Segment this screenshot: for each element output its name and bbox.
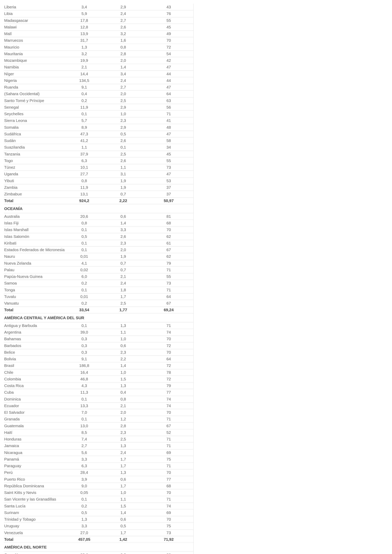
country-cell: Bolivia (4, 356, 66, 362)
table-row: Zimbabue13,10,737 (4, 191, 193, 197)
value-cell: 1,0 (103, 111, 144, 117)
value-cell: 74 (144, 329, 193, 336)
country-cell: Venezuela (4, 529, 66, 536)
value-cell: 45 (144, 24, 193, 30)
table-row: Seychelles0,11,071 (4, 111, 193, 117)
country-cell: Total (4, 197, 66, 204)
country-cell: Honduras (4, 436, 66, 443)
table-row: Nauru0,011,962 (4, 253, 193, 260)
value-cell: 1,0 (103, 369, 144, 376)
country-cell: Uruguay (4, 523, 66, 529)
value-cell: 1,7 (103, 529, 144, 536)
table-row: Uruguay3,30,575 (4, 523, 193, 529)
country-cell: Nicaragua (4, 449, 66, 456)
table-row: Haití8,52,352 (4, 429, 193, 436)
country-cell: Argentina (4, 329, 66, 336)
value-cell: 48 (144, 124, 193, 131)
value-cell: 0,3 (66, 342, 103, 349)
table-row: Nueva Zelanda4,10,779 (4, 260, 193, 266)
value-cell: 71 (144, 436, 193, 443)
table-row: República Dominicana9,01,768 (4, 483, 193, 489)
value-cell: 55 (144, 273, 193, 280)
value-cell: 1,4 (103, 64, 144, 70)
value-cell: 32,6 (66, 552, 103, 554)
value-cell: 74 (144, 503, 193, 509)
value-cell: 41,2 (66, 137, 103, 144)
value-cell: 56 (144, 104, 193, 111)
value-cell: 1,9 (103, 184, 144, 191)
table-row: Uganda27,73,147 (4, 171, 193, 177)
value-cell: 28,4 (66, 469, 103, 476)
country-cell: Senegal (4, 104, 66, 111)
table-row: Santa Lucía0,21,574 (4, 503, 193, 509)
value-cell: 134,5 (66, 77, 103, 84)
table-row: Panamá3,31,775 (4, 456, 193, 463)
value-cell: 3,3 (66, 456, 103, 463)
value-cell: 13,9 (66, 30, 103, 37)
value-cell: 69,24 (144, 307, 193, 313)
value-cell: 27,0 (66, 529, 103, 536)
value-cell: 1,0 (103, 336, 144, 342)
value-cell: 0,2 (66, 300, 103, 307)
table-row: Tonga0,11,871 (4, 287, 193, 293)
value-cell: 0,5 (66, 233, 103, 240)
value-cell: 75 (144, 456, 193, 463)
table-row: Suazilandia1,10,134 (4, 144, 193, 151)
table-row: Islas Salomón0,52,662 (4, 233, 193, 240)
value-cell: 0,6 (103, 213, 144, 220)
value-cell: 2,4 (103, 449, 144, 456)
table-row: Barbados0,30,672 (4, 342, 193, 349)
table-row: Cuba11,30,477 (4, 389, 193, 396)
value-cell: 72 (144, 376, 193, 382)
value-cell: 2,3 (103, 240, 144, 246)
value-cell: 4,3 (66, 382, 103, 389)
value-cell: 1,7 (103, 483, 144, 489)
country-cell: Paraguay (4, 463, 66, 469)
value-cell: 37 (144, 184, 193, 191)
value-cell: 0,8 (66, 220, 103, 227)
value-cell: 1,77 (103, 307, 144, 313)
value-cell: 2,4 (103, 77, 144, 84)
value-cell: 55 (144, 17, 193, 24)
table-row: Palau0,020,771 (4, 266, 193, 273)
value-cell: 37 (144, 191, 193, 197)
value-cell: 2,4 (103, 280, 144, 287)
value-cell: 2,6 (103, 137, 144, 144)
table-row: Puerto Rico3,90,677 (4, 476, 193, 483)
value-cell: 8,9 (66, 124, 103, 131)
value-cell: 5,9 (66, 10, 103, 17)
value-cell: 50,97 (144, 197, 193, 204)
value-cell: 49 (144, 30, 193, 37)
table-row: Canadá32,60,380 (4, 552, 193, 554)
country-cell: Togo (4, 157, 66, 164)
value-cell: 20,6 (66, 213, 103, 220)
value-cell: 0,5 (103, 523, 144, 529)
country-cell: Cuba (4, 389, 66, 396)
table-row: Brasil186,81,472 (4, 362, 193, 369)
country-cell: Kiribati (4, 240, 66, 246)
value-cell: 70 (144, 469, 193, 476)
value-cell: 6,0 (66, 273, 103, 280)
table-row: Chile16,41,078 (4, 369, 193, 376)
country-cell: Tuvalu (4, 293, 66, 300)
value-cell: 44 (144, 77, 193, 84)
country-cell: Bahamas (4, 336, 66, 342)
table-row: Jamaica2,71,371 (4, 443, 193, 449)
value-cell: 1,6 (103, 37, 144, 44)
value-cell: 2,9 (103, 104, 144, 111)
country-cell: San Vicente y las Granadillas (4, 496, 66, 503)
value-cell: 13,1 (66, 191, 103, 197)
table-row: Belice0,32,370 (4, 349, 193, 356)
value-cell: 2,3 (103, 349, 144, 356)
table-row: Venezuela27,01,773 (4, 529, 193, 536)
country-cell: Mauritania (4, 50, 66, 57)
value-cell: 47 (144, 84, 193, 90)
country-cell: Nigeria (4, 77, 66, 84)
table-row: Samoa0,22,473 (4, 280, 193, 287)
value-cell: 64 (144, 90, 193, 97)
table-row: El Salvador7,02,070 (4, 409, 193, 416)
value-cell: 2,0 (103, 247, 144, 253)
value-cell: 8,5 (66, 429, 103, 436)
value-cell: 0,8 (103, 44, 144, 50)
value-cell: 2,7 (103, 84, 144, 90)
